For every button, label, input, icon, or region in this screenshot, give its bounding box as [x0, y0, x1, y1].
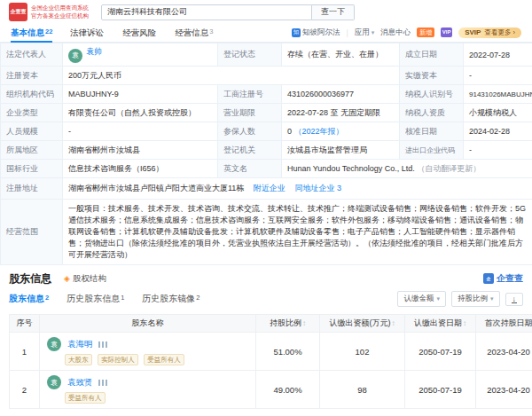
- qcc-watermark: 企 企查查: [483, 272, 523, 285]
- zhibi-alpha-link[interactable]: 知 知彼阿尔法: [292, 27, 340, 38]
- shareholder-name-cell: 袁 袁致贤 受益所有人: [40, 371, 256, 409]
- field-value-biz-term: 2022-07-28 至 无固定期限: [282, 104, 400, 122]
- shareholders-title: 股东信息: [9, 271, 51, 286]
- filter-ratio-button[interactable]: 持股比例 ▾: [451, 291, 500, 307]
- message-center-label: 消息中心: [380, 27, 411, 38]
- tab-operating-info[interactable]: 经营信息3: [175, 23, 213, 43]
- field-value-authority: 汝城县市场监督管理局: [282, 141, 400, 160]
- field-label-reg-status: 登记状态: [218, 43, 282, 67]
- shareholder-ratio: 49.00%: [256, 371, 320, 409]
- tab-shareholders-current-label: 股东信息: [9, 294, 44, 303]
- field-value-region: 湖南省郴州市汝城县: [63, 141, 218, 160]
- chevron-down-icon: ▾: [372, 29, 375, 36]
- search-bar: 查一下: [101, 4, 355, 20]
- qcc-logo-icon[interactable]: 企查查: [9, 3, 27, 21]
- new-badge: 新增: [417, 27, 434, 37]
- shareholder-name-link[interactable]: 袁海明: [67, 339, 93, 350]
- field-label-est-date: 成立日期: [400, 43, 464, 67]
- equity-chart-icon[interactable]: [98, 380, 107, 386]
- same-address-companies-link[interactable]: 同地址企业 3: [294, 184, 341, 192]
- shareholders-table-header-row: 序号 股东名称 持股比例↕ 认缴出资额(万元)↕ 认缴出资日期↕ 首次持股日期: [10, 315, 532, 333]
- qcc-watermark-icon: 企: [483, 273, 494, 284]
- legal-rep-avatar[interactable]: 袁: [68, 49, 82, 63]
- apps-label: 应用: [355, 27, 370, 38]
- insured-annual-report-link[interactable]: （2022年报）: [294, 127, 344, 136]
- tab-shareholders-history[interactable]: 历史股东信息1: [66, 293, 124, 305]
- shareholder-date: 2050-07-19: [405, 333, 476, 371]
- sort-icon[interactable]: ↕: [463, 319, 466, 327]
- field-value-ie-code: -: [464, 141, 532, 160]
- col-ratio[interactable]: 持股比例↕: [256, 315, 320, 333]
- brand-tagline-line2: 官方备案企业征信机构: [31, 12, 89, 20]
- vip-icon[interactable]: VIP: [441, 27, 452, 37]
- field-label-ie-code: 进出口企业代码: [400, 141, 464, 160]
- field-label-org-code: 组织机构代码: [1, 85, 63, 104]
- tab-shareholders-history-count: 1: [121, 294, 124, 302]
- field-value-staff-size: -: [63, 122, 218, 141]
- field-label-insured: 参保人数: [218, 122, 282, 141]
- apps-menu[interactable]: 应用 ▾: [355, 27, 375, 38]
- tag-beneficial-owner: 受益所有人: [65, 392, 106, 404]
- brand-tagline-line1: 全国企业信用查询系统: [31, 4, 89, 12]
- field-label-staff-size: 人员规模: [1, 122, 63, 141]
- field-value-paid-capital: -: [464, 67, 532, 85]
- sort-icon[interactable]: ↕: [302, 319, 306, 327]
- field-value-company-type: 有限责任公司（自然人投资或控股）: [63, 104, 218, 122]
- col-name: 股东名称: [40, 315, 256, 333]
- col-no: 序号: [10, 315, 40, 333]
- field-label-legal-rep: 法定代表人: [1, 43, 63, 67]
- zhibi-label: 知彼阿尔法: [302, 27, 340, 38]
- tab-shareholders-mirror-label: 历史股东镜像: [142, 294, 195, 303]
- tab-risk[interactable]: 经营风险: [122, 23, 157, 43]
- field-label-authority: 登记机关: [218, 141, 282, 160]
- company-info-table: 法定代表人 袁袁帅 登记状态 存续（在营、开业、在册） 成立日期 2022-07…: [0, 43, 532, 265]
- search-input[interactable]: [101, 4, 312, 20]
- sort-icon[interactable]: ↕: [392, 319, 395, 327]
- search-button[interactable]: 查一下: [312, 4, 355, 20]
- shareholder-name-link[interactable]: 袁致贤: [67, 377, 93, 389]
- tab-shareholders-mirror[interactable]: 历史股东镜像2: [142, 293, 200, 305]
- qcc-watermark-text: 企查查: [497, 272, 523, 285]
- shareholder-avatar[interactable]: 袁: [47, 337, 61, 351]
- col-first-date: 首次持股日期: [476, 315, 532, 333]
- field-value-tax-qual: 小规模纳税人: [464, 104, 532, 122]
- shareholder-tags: 大股东 实际控制人 受益所有人: [65, 354, 252, 365]
- field-value-biz-reg-no: 431026000036977: [282, 85, 400, 104]
- shareholder-amount: 98: [320, 371, 405, 409]
- zhibi-icon: 知: [292, 28, 301, 37]
- export-button[interactable]: ↓: [505, 293, 524, 306]
- tab-basic-info[interactable]: 基本信息22: [11, 23, 52, 43]
- message-center-link[interactable]: 消息中心: [380, 27, 411, 38]
- tab-shareholders-current-count: 2: [45, 294, 49, 302]
- col-ratio-label: 持股比例: [270, 318, 301, 327]
- tab-shareholders-current[interactable]: 股东信息2: [9, 293, 49, 305]
- svip-banner[interactable]: SVIP 查看更多 ›: [458, 27, 521, 38]
- equity-structure-link[interactable]: ◈ 股权结构: [64, 273, 106, 285]
- field-label-tax-id: 纳税人识别号: [400, 85, 464, 104]
- field-label-approve-date: 核准日期: [400, 122, 464, 141]
- filter-amount-button[interactable]: 认缴金额 ▾: [397, 291, 446, 307]
- svip-more-label: 查看更多 ›: [484, 28, 515, 37]
- tag-actual-controller: 实际控制人: [98, 354, 138, 365]
- col-date[interactable]: 认缴出资日期↕: [405, 315, 476, 333]
- download-icon: ↓: [512, 295, 518, 303]
- en-name-text: Hunan Yundou Technology Co., Ltd.: [287, 164, 415, 173]
- brand-tagline: 全国企业信用查询系统 官方备案企业征信机构: [31, 4, 89, 20]
- field-value-reg-capital: 200万元人民币: [63, 67, 400, 85]
- chevron-down-icon: ▾: [436, 295, 440, 302]
- top-header: 企查查 全国企业信用查询系统 官方备案企业征信机构 查一下: [0, 0, 532, 23]
- nearby-companies-link[interactable]: 附近企业: [254, 184, 286, 192]
- shareholder-avatar[interactable]: 袁: [47, 375, 61, 389]
- equity-chart-icon[interactable]: [98, 341, 107, 348]
- legal-rep-name-link[interactable]: 袁帅: [86, 47, 102, 56]
- col-amount[interactable]: 认缴出资额(万元)↕: [320, 315, 405, 333]
- field-label-en-name: 英文名: [218, 160, 282, 178]
- shareholders-header: 股东信息 ◈ 股权结构 企 企查查: [9, 270, 523, 287]
- field-label-reg-capital: 注册资本: [1, 67, 63, 85]
- equity-structure-icon: ◈: [64, 274, 70, 283]
- field-value-scope: 一般项目：技术服务、技术开发、技术咨询、技术交流、技术转让、技术推广；终端测试设…: [63, 200, 532, 265]
- chevron-down-icon: ▾: [490, 295, 494, 302]
- field-value-en-name: Hunan Yundou Technology Co., Ltd. （自动翻译更…: [282, 160, 532, 178]
- insured-count: 0: [287, 127, 292, 136]
- tab-legal[interactable]: 法律诉讼: [70, 23, 105, 43]
